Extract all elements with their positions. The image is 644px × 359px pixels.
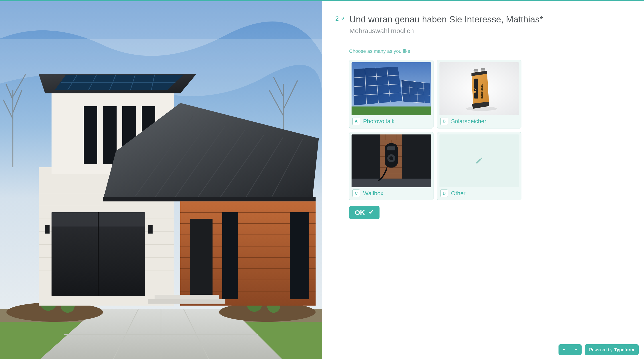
- option-key: D: [440, 189, 448, 197]
- arrow-right-icon: [340, 15, 345, 22]
- prev-question-button[interactable]: [558, 344, 570, 355]
- option-other[interactable]: D Other: [437, 132, 522, 201]
- svg-text:INDUSTRIAL: INDUSTRIAL: [480, 82, 484, 98]
- svg-rect-59: [190, 219, 213, 299]
- ok-button[interactable]: OK: [349, 206, 380, 219]
- nav-buttons: [558, 344, 582, 355]
- svg-rect-106: [352, 179, 431, 187]
- option-label: Solarspeicher: [451, 118, 486, 125]
- option-solarspeicher[interactable]: 9V INDUSTRIAL B Solarspeicher: [437, 60, 522, 128]
- svg-point-110: [389, 156, 393, 160]
- pencil-icon: [475, 156, 483, 165]
- svg-rect-26: [45, 225, 50, 234]
- question-number: 2: [335, 14, 345, 22]
- svg-rect-60: [222, 212, 238, 299]
- option-key: B: [440, 118, 448, 125]
- option-photovoltaik[interactable]: A Photovoltaik: [349, 60, 434, 128]
- svg-rect-30: [103, 106, 116, 164]
- svg-point-91: [466, 106, 497, 111]
- option-solarspeicher-image: 9V INDUSTRIAL: [440, 62, 519, 115]
- hero-image: [0, 1, 322, 359]
- option-wallbox-image: [352, 134, 431, 187]
- svg-rect-105: [402, 134, 431, 179]
- option-label: Photovoltaik: [363, 118, 394, 125]
- option-photovoltaik-image: [352, 62, 431, 115]
- chevron-up-icon: [562, 347, 566, 352]
- option-key: A: [352, 118, 360, 125]
- svg-marker-74: [401, 80, 430, 103]
- powered-by-link[interactable]: Powered by Typeform: [585, 344, 639, 355]
- chevron-down-icon: [574, 347, 578, 352]
- option-wallbox[interactable]: C Wallbox: [349, 132, 434, 201]
- question-subtitle: Mehrauswahl möglich: [350, 27, 543, 35]
- svg-rect-86: [474, 69, 478, 71]
- svg-rect-63: [154, 295, 219, 299]
- svg-rect-27: [148, 225, 152, 234]
- svg-rect-104: [352, 134, 380, 179]
- option-key: C: [352, 189, 360, 197]
- svg-rect-108: [387, 146, 395, 150]
- svg-rect-49: [103, 197, 316, 201]
- options-grid: A Photovoltaik: [349, 60, 626, 200]
- option-label: Wallbox: [363, 190, 384, 197]
- svg-rect-61: [290, 212, 309, 299]
- option-label: Other: [451, 190, 466, 197]
- svg-rect-87: [481, 68, 485, 70]
- svg-rect-66: [352, 106, 431, 115]
- svg-rect-62: [148, 299, 226, 304]
- svg-text:9V: 9V: [472, 88, 477, 93]
- question-title: Und woran genau haben Sie Interesse, Mat…: [350, 14, 543, 25]
- next-question-button[interactable]: [570, 344, 582, 355]
- selection-hint: Choose as many as you like: [349, 48, 626, 54]
- check-icon: [368, 209, 374, 216]
- svg-rect-29: [84, 106, 97, 164]
- option-other-placeholder: [440, 134, 519, 187]
- form-pane: 2 Und woran genau haben Sie Interesse, M…: [322, 1, 644, 359]
